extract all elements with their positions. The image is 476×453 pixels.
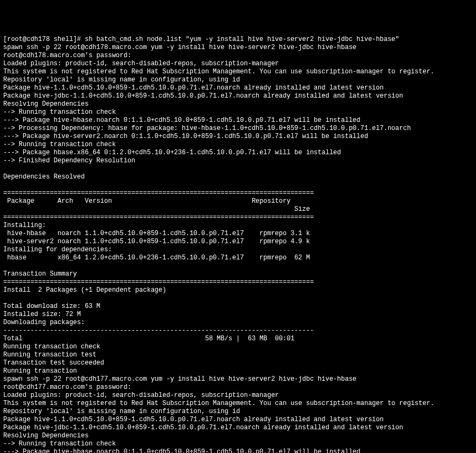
terminal-line: ---> Package hbase.x86_64 0:1.2.0+cdh5.1… (3, 149, 341, 156)
terminal-line: Resolving Dependencies (3, 432, 88, 440)
terminal-line: Loaded plugins: product-id, search-disab… (3, 392, 279, 399)
terminal-line: --> Running transaction check (3, 440, 116, 448)
terminal-output: [root@cdh178 shell]# sh batch_cmd.sh nod… (3, 36, 473, 453)
terminal-line: Running transaction check (3, 343, 100, 351)
terminal-line: Installed size: 72 M (3, 311, 81, 318)
terminal-line: Repository 'local' is missing name in co… (3, 76, 240, 84)
terminal-line: This system is not registered to Red Hat… (3, 68, 434, 76)
terminal-line: ========================================… (3, 278, 314, 286)
terminal-line: This system is not registered to Red Hat… (3, 400, 434, 407)
terminal-line: Resolving Dependencies (3, 100, 88, 108)
terminal-line: Package hive-jdbc-1.1.0+cdh5.10.0+859-1.… (3, 424, 403, 431)
terminal-line: --> Processing Dependency: hbase for pac… (3, 125, 411, 132)
terminal-line: spawn ssh -p 22 root@cdh178.macro.com yu… (3, 44, 356, 51)
terminal-line: hbase x86_64 1.2.0+cdh5.10.0+236-1.cdh5.… (3, 254, 310, 262)
terminal-line: Transaction Summary (3, 270, 77, 278)
terminal-line: ---> Package hive-hbase.noarch 0:1.1.0+c… (3, 116, 361, 124)
terminal-line: Installing for dependencies: (3, 246, 112, 253)
terminal-line: hive-server2 noarch 1.1.0+cdh5.10.0+859-… (3, 238, 310, 245)
terminal-line: Install 2 Packages (+1 Dependent package… (3, 286, 166, 294)
terminal-line: ========================================… (3, 189, 314, 197)
terminal-line: Total 58 MB/s | 63 MB 00:01 (3, 335, 294, 342)
terminal-line: spawn ssh -p 22 root@cdh177.macro.com yu… (3, 375, 356, 383)
terminal-line: Repository 'local' is missing name in co… (3, 408, 240, 415)
terminal-line: Size (3, 205, 310, 213)
terminal-line: root@cdh177.macro.com's password: (3, 383, 132, 391)
terminal-line: Running transaction (3, 367, 77, 375)
terminal-line: ========================================… (3, 214, 314, 221)
terminal-line: ---> Package hive-server2.noarch 0:1.1.0… (3, 133, 368, 140)
terminal-line: Total download size: 63 M (3, 303, 100, 310)
terminal-line: Installing: (3, 222, 46, 229)
terminal-line: ---> Package hive-hbase.noarch 0:1.1.0+c… (3, 448, 361, 453)
terminal-line: Transaction test succeeded (3, 359, 104, 367)
terminal-line: Dependencies Resolved (3, 173, 85, 181)
terminal-prompt-line: [root@cdh178 shell]# sh batch_cmd.sh nod… (3, 36, 399, 43)
terminal-line: --> Running transaction check (3, 141, 116, 148)
terminal-line: hive-hbase noarch 1.1.0+cdh5.10.0+859-1.… (3, 230, 310, 237)
terminal-line: ----------------------------------------… (3, 327, 314, 334)
terminal-line: root@cdh178.macro.com's password: (3, 52, 132, 59)
terminal-line: --> Running transaction check (3, 108, 116, 116)
terminal-line: Package hive-jdbc-1.1.0+cdh5.10.0+859-1.… (3, 92, 403, 100)
terminal-line: --> Finished Dependency Resolution (3, 157, 135, 164)
terminal-line: Loaded plugins: product-id, search-disab… (3, 60, 279, 67)
terminal-line: Package hive-1.1.0+cdh5.10.0+859-1.cdh5.… (3, 416, 384, 423)
terminal-line: Package hive-1.1.0+cdh5.10.0+859-1.cdh5.… (3, 84, 384, 92)
terminal-line: Downloading packages: (3, 319, 85, 326)
terminal-line: Package Arch Version Repository (3, 197, 291, 205)
terminal-line: Running transaction test (3, 351, 96, 359)
